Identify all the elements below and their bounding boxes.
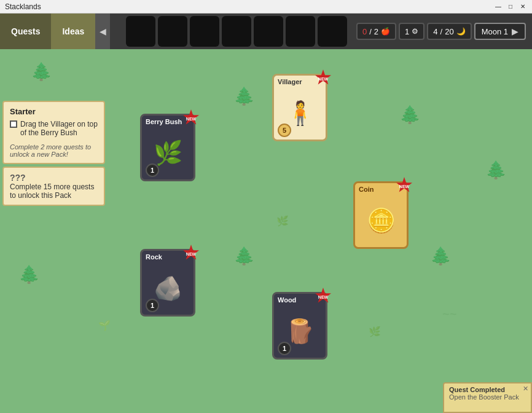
bush-deco-3: 🌱 [98, 320, 111, 331]
tab-ideas[interactable]: Ideas [51, 14, 95, 49]
quest-unlock-text: Complete 2 more quests to unlock a new P… [10, 143, 98, 158]
card-rock-image: 🪨 [154, 275, 182, 302]
tab-quests[interactable]: Quests [0, 14, 51, 49]
quest-checkbox-1[interactable] [10, 120, 17, 128]
card-slot-4 [222, 16, 251, 47]
tree-deco-1: 🌲 [31, 61, 52, 82]
food-current: 0 [362, 27, 367, 36]
mystery-quest-panel: ??? Complete 15 more quests to unlock th… [2, 167, 105, 206]
food-stat: 0 / 2 🍎 [356, 23, 396, 40]
card-slot-2 [158, 16, 187, 47]
mystery-text: Complete 15 more quests to unlock this P… [10, 183, 98, 200]
food-max: 2 [374, 27, 378, 36]
svg-text:NEW: NEW [318, 295, 329, 299]
berry-bush-new-badge: NEW [181, 108, 201, 128]
game-board: 🌲 🌲 🌲 🌲 🌲 🌲 🌲 🌿 🌿 🌱 🌿 ~~ ~~ Starter Drag… [0, 49, 532, 413]
svg-text:NEW: NEW [186, 117, 197, 121]
card-berry-bush-image: 🌿 [154, 140, 182, 167]
tree-deco-4: 🌲 [430, 246, 452, 266]
mystery-title: ??? [10, 173, 98, 183]
card-berry-bush-badge: 1 [146, 163, 159, 177]
card-wood-badge: 1 [278, 342, 291, 355]
coin-new-badge: NEW [394, 176, 414, 195]
bush-deco-4: 🌿 [369, 326, 381, 337]
top-right-stats: 0 / 2 🍎 1 ⚙ 4 / 20 🌙 Moon 1 ▶ [356, 23, 532, 40]
quest-banner-title: Quest Completed [449, 386, 526, 393]
card-villager-image: 🧍 [286, 100, 315, 127]
starter-label: Starter [10, 107, 98, 116]
grass-deco-2: ~~ [442, 307, 456, 321]
card-rock-badge: 1 [146, 299, 159, 312]
moon-button[interactable]: Moon 1 ▶ [474, 23, 526, 40]
tree-deco-7: 🌲 [485, 160, 507, 180]
svg-text:NEW: NEW [186, 252, 197, 256]
starter-quest-panel: Starter Drag the Villager on top of the … [2, 101, 105, 164]
title-bar: Stacklands — □ ✕ [0, 0, 532, 14]
coins-sep: / [440, 27, 443, 36]
quest-banner-close-button[interactable]: ✕ [523, 385, 528, 393]
food-icon: 🍎 [381, 27, 390, 36]
coins-stat: 4 / 20 🌙 [427, 23, 471, 40]
worker-icon: ⚙ [412, 27, 418, 36]
close-button[interactable]: ✕ [518, 2, 527, 11]
tree-deco-3: 🌲 [399, 104, 421, 125]
bush-deco-2: 🌿 [276, 215, 289, 227]
quest-banner-subtitle: Open the Booster Pack [449, 393, 526, 401]
card-coin[interactable]: Coin 🪙 NEW [353, 181, 409, 249]
card-coin-body: 🪙 [355, 194, 407, 247]
coins-max: 20 [445, 27, 453, 36]
card-slot-3 [190, 16, 219, 47]
card-berry-bush[interactable]: Berry Bush 🌿 1 NEW [140, 114, 195, 181]
villager-new-badge: NEW [313, 68, 333, 88]
card-villager-badge: 5 [278, 124, 291, 137]
tree-deco-5: 🌲 [18, 264, 40, 285]
card-slots-area [110, 16, 356, 47]
coins-icon: 🌙 [456, 27, 466, 36]
minimize-button[interactable]: — [494, 2, 503, 11]
card-wood-image: 🪵 [286, 318, 315, 345]
quest-completed-banner[interactable]: ✕ Quest Completed Open the Booster Pack [443, 382, 532, 413]
collapse-button[interactable]: ◀ [95, 14, 110, 49]
card-villager[interactable]: Villager 🧍 5 NEW [272, 74, 327, 141]
title-bar-controls: — □ ✕ [494, 2, 527, 11]
rock-new-badge: NEW [181, 243, 201, 263]
maximize-button[interactable]: □ [506, 2, 515, 11]
tabs-area: Quests Ideas ◀ [0, 14, 110, 49]
card-wood[interactable]: Wood 🪵 1 NEW [272, 292, 327, 360]
card-coin-image: 🪙 [367, 207, 396, 234]
card-slot-6 [286, 16, 315, 47]
card-slot-7 [318, 16, 347, 47]
card-slot-1 [126, 16, 155, 47]
worker-count: 1 [405, 27, 409, 36]
svg-text:NEW: NEW [399, 184, 410, 189]
moon-arrow-icon: ▶ [512, 26, 518, 36]
left-panel: Starter Drag the Villager on top of the … [0, 98, 108, 208]
svg-text:NEW: NEW [318, 77, 329, 81]
wood-new-badge: NEW [313, 286, 333, 306]
top-panel: Quests Ideas ◀ 0 / 2 🍎 1 ⚙ 4 / 20 🌙 [0, 14, 532, 49]
worker-stat: 1 ⚙ [399, 23, 424, 40]
tree-deco-6: 🌲 [233, 246, 255, 266]
quest-item-1: Drag the Villager on top of the Berry Bu… [10, 120, 98, 137]
card-rock[interactable]: Rock 🪨 1 NEW [140, 249, 195, 317]
moon-label: Moon 1 [482, 27, 508, 36]
card-slot-5 [254, 16, 283, 47]
food-sep: / [369, 27, 372, 36]
quest-text-1: Drag the Villager on top of the Berry Bu… [20, 120, 98, 137]
window-title: Stacklands [5, 2, 41, 11]
tree-deco-2: 🌲 [233, 86, 255, 106]
coins-current: 4 [433, 27, 437, 36]
